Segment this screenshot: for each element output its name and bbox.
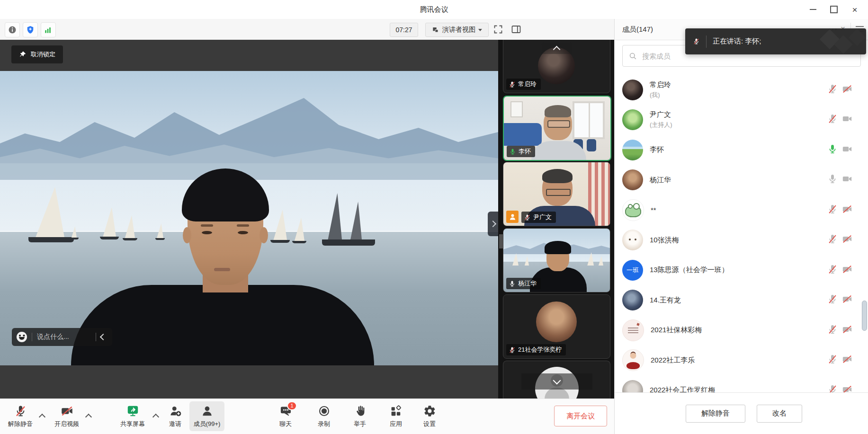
toolbar-item-label: 聊天 [279, 420, 292, 428]
main-video-stage[interactable]: 取消锁定 说点什么... [0, 40, 498, 399]
leave-meeting-button[interactable]: 离开会议 [554, 406, 607, 426]
mic-muted-icon[interactable] [827, 114, 838, 126]
side-panel-toggle-button[interactable] [510, 24, 522, 35]
host-badge [506, 211, 519, 223]
speaking-toast: 正在讲话: 李怀; [685, 28, 866, 54]
member-row[interactable]: 李怀 [615, 135, 868, 165]
meeting-info-button[interactable] [5, 22, 20, 37]
member-avatar [622, 80, 643, 100]
video-thumbnail[interactable]: 杨江华 [503, 228, 610, 292]
toolbar-item-chat[interactable]: 1聊天 [268, 401, 304, 431]
member-row[interactable]: ** [615, 195, 868, 225]
member-row[interactable]: 尹广文(主持人) [615, 105, 868, 135]
toolbar-item-mic-muted[interactable]: 解除静音 [2, 401, 38, 431]
mic-options-caret[interactable] [40, 413, 45, 418]
member-name: 2022社工李乐 [651, 356, 827, 365]
camera-off-icon[interactable] [842, 234, 852, 246]
close-button[interactable]: × [844, 0, 865, 19]
window-controls: × [803, 0, 865, 19]
member-role: (主持人) [650, 121, 827, 129]
chevron-up-icon [553, 45, 561, 53]
share-options-caret[interactable] [153, 413, 159, 418]
camera-options-caret[interactable] [86, 413, 91, 418]
rename-button[interactable]: 改名 [757, 405, 802, 423]
toolbar-item-label: 邀请 [169, 420, 181, 428]
mic-muted-icon[interactable] [827, 324, 838, 337]
camera-off-icon[interactable] [842, 324, 852, 337]
toolbar-item-label: 解除静音 [8, 420, 33, 428]
mic-muted-icon[interactable] [827, 264, 838, 276]
mic-muted-icon [509, 81, 516, 88]
camera-off-icon[interactable] [842, 354, 852, 366]
collapse-chat-icon[interactable] [100, 334, 107, 340]
emoji-icon[interactable] [17, 332, 27, 342]
camera-off-icon[interactable] [842, 204, 852, 216]
video-thumbnail[interactable]: 21社会学张奕柠 [503, 294, 610, 359]
member-row[interactable]: 2021社保林彩梅 [615, 315, 868, 345]
camera-off-icon[interactable] [842, 294, 852, 306]
video-thumbnail[interactable]: 常启玲 [503, 40, 610, 93]
filmstrip-resize-handle[interactable] [500, 234, 501, 248]
member-list: 常启玲(我)尹广文(主持人)李怀杨江华**10张洪梅一班13陈思源（社会学一班）… [615, 71, 868, 393]
toolbar-item-camera-off[interactable]: 开启视频 [49, 401, 85, 431]
mic-muted-icon[interactable] [827, 204, 838, 216]
toolbar-item-record[interactable]: 录制 [306, 401, 342, 431]
member-row[interactable]: 2022社工李乐 [615, 345, 868, 376]
members-panel-footer: 解除静音 改名 [615, 392, 868, 434]
mic-active-icon[interactable] [827, 144, 838, 156]
member-row[interactable]: 2022社会工作罗红梅 [615, 375, 868, 393]
mic-muted-icon[interactable] [827, 384, 838, 393]
toolbar-item-screen-share[interactable]: 共享屏幕 [113, 401, 152, 431]
network-status-button[interactable] [41, 22, 56, 37]
unmute-button[interactable]: 解除静音 [686, 405, 745, 423]
member-avatar [622, 140, 643, 160]
apps-icon [389, 405, 403, 418]
mic-muted-icon[interactable] [827, 294, 838, 306]
member-row[interactable]: 杨江华 [615, 165, 868, 195]
filmstrip-collapse-button[interactable] [488, 212, 498, 236]
filmstrip-scroll-up-button[interactable] [542, 43, 572, 54]
quick-chat-input[interactable]: 说点什么... [37, 333, 91, 341]
mic-muted-icon[interactable] [827, 354, 838, 366]
member-list-scrollbar[interactable] [862, 301, 867, 331]
view-mode-selector[interactable]: 演讲者视图 [425, 23, 489, 37]
video-thumbnail-active-speaker[interactable]: 李怀 [503, 96, 611, 161]
thumbnail-name-label: 李怀 [507, 146, 535, 157]
member-name: 常启玲 [650, 80, 827, 89]
video-thumbnail[interactable]: 尹广文 [503, 162, 610, 226]
toolbar-item-invite[interactable]: 邀请 [161, 401, 189, 431]
member-row[interactable]: 14.王有龙 [615, 285, 868, 316]
members-icon [622, 25, 632, 34]
toolbar-item-settings[interactable]: 设置 [412, 401, 447, 431]
member-name: 2022社会工作罗红梅 [650, 386, 827, 393]
toolbar-item-apps[interactable]: 应用 [378, 401, 414, 431]
member-row[interactable]: 10张洪梅 [615, 225, 868, 256]
maximize-button[interactable] [823, 0, 844, 19]
camera-icon[interactable] [842, 174, 852, 186]
unpin-button[interactable]: 取消锁定 [11, 45, 63, 63]
video-thumbnail-partial[interactable] [503, 361, 610, 399]
member-avatar [622, 290, 643, 310]
toolbar-item-raise-hand[interactable]: 举手 [342, 401, 378, 431]
fullscreen-button[interactable] [492, 24, 504, 35]
raise-hand-icon [353, 405, 367, 418]
mic-muted-icon[interactable] [827, 234, 838, 246]
toolbar-item-members[interactable]: 成员(99+) [189, 401, 224, 431]
mic-icon[interactable] [827, 174, 838, 186]
member-row[interactable]: 常启玲(我) [615, 75, 868, 105]
minimize-button[interactable] [803, 0, 823, 19]
invite-icon [169, 405, 182, 418]
camera-off-icon[interactable] [842, 84, 852, 96]
toolbar-item-label: 应用 [390, 420, 402, 428]
camera-off-icon[interactable] [842, 264, 852, 276]
camera-icon[interactable] [842, 114, 852, 126]
camera-off-icon[interactable] [842, 384, 852, 393]
filmstrip-scroll-down-button[interactable] [521, 373, 592, 390]
chevron-down-icon [478, 29, 482, 31]
members-panel: 成员(147) × 常启玲(我)尹广文(主持人)李怀杨江华**10张洪梅一班13… [614, 19, 868, 434]
member-name: 13陈思源（社会学一班） [650, 266, 827, 275]
mic-muted-icon[interactable] [827, 84, 838, 96]
camera-icon[interactable] [842, 144, 852, 156]
member-row[interactable]: 一班13陈思源（社会学一班） [615, 255, 868, 285]
security-button[interactable] [23, 22, 38, 37]
